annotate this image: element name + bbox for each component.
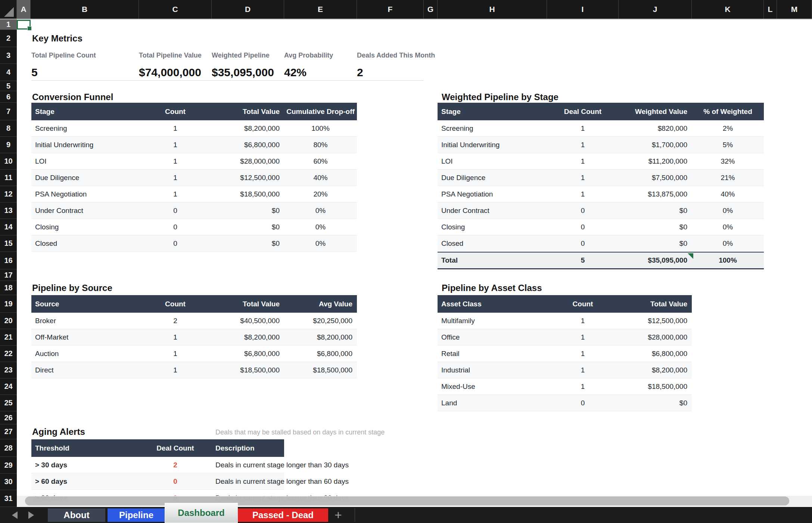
cell[interactable]: 1 (547, 362, 619, 378)
cell[interactable]: Industrial (438, 362, 547, 378)
cell[interactable]: 1 (547, 137, 619, 153)
tab-pipeline[interactable]: Pipeline (108, 508, 165, 522)
row-header-19[interactable]: 19 (0, 295, 17, 313)
row-header-21[interactable]: 21 (0, 329, 17, 346)
cell[interactable]: Deals in current stage longer than 60 da… (212, 473, 284, 489)
row-header-1[interactable]: 1 (0, 19, 17, 30)
cell[interactable]: 1 (547, 378, 619, 394)
horizontal-scrollbar-thumb[interactable] (25, 496, 789, 505)
cell[interactable]: $8,200,000 (284, 329, 357, 345)
cell[interactable]: 0% (284, 202, 357, 219)
row-header-27[interactable]: 27 (0, 424, 17, 439)
cell[interactable]: Due Diligence (438, 170, 547, 186)
cell[interactable]: 0% (284, 235, 357, 251)
cell[interactable]: 1 (139, 120, 212, 136)
cell[interactable]: $11,200,000 (619, 153, 692, 169)
column-header-I[interactable]: I (547, 0, 619, 19)
column-header-E[interactable]: E (284, 0, 357, 19)
cell[interactable]: 0% (284, 219, 357, 235)
row-header-6[interactable]: 6 (0, 91, 17, 103)
tab-passed-dead[interactable]: Passed - Dead (238, 508, 328, 522)
cell[interactable]: $8,200,000 (212, 120, 284, 136)
cell[interactable]: $0 (212, 202, 284, 219)
row-header-30[interactable]: 30 (0, 474, 17, 490)
cell[interactable]: 0 (547, 395, 619, 411)
row-header-4[interactable]: 4 (0, 64, 17, 81)
row-header-25[interactable]: 25 (0, 395, 17, 411)
cell[interactable]: $6,800,000 (212, 137, 284, 153)
cell[interactable]: 1 (139, 170, 212, 186)
cell[interactable]: Screening (438, 120, 547, 136)
cell[interactable]: 1 (547, 170, 619, 186)
cell[interactable]: 2 (139, 457, 212, 473)
cell[interactable]: 32% (692, 153, 764, 169)
row-header-5[interactable]: 5 (0, 81, 17, 91)
cell[interactable]: 1 (547, 329, 619, 345)
cell[interactable]: 5% (692, 137, 764, 153)
cell[interactable]: $0 (619, 219, 692, 235)
cell[interactable]: $8,200,000 (619, 362, 692, 378)
cell[interactable]: Screening (31, 120, 139, 136)
cell[interactable]: $8,200,000 (212, 329, 284, 345)
row-header-11[interactable]: 11 (0, 170, 17, 186)
column-header-C[interactable]: C (139, 0, 212, 19)
cell[interactable]: Land (438, 395, 547, 411)
cell[interactable]: Direct (31, 362, 139, 378)
row-header-16[interactable]: 16 (0, 252, 17, 269)
cell[interactable]: $7,500,000 (619, 170, 692, 186)
cell[interactable]: $12,500,000 (212, 170, 284, 186)
row-header-7[interactable]: 7 (0, 103, 17, 120)
cell[interactable]: Closing (31, 219, 139, 235)
cell[interactable]: $6,800,000 (212, 346, 284, 362)
cell[interactable]: LOI (438, 153, 547, 169)
cell[interactable]: Due Diligence (31, 170, 139, 186)
cell[interactable]: 0 (139, 202, 212, 219)
cell[interactable]: 1 (139, 362, 212, 378)
cell[interactable]: Closed (438, 235, 547, 251)
cell[interactable]: Retail (438, 346, 547, 362)
cell[interactable]: Initial Underwriting (438, 137, 547, 153)
column-header-H[interactable]: H (438, 0, 547, 19)
cell[interactable]: $40,500,000 (212, 313, 284, 329)
tab-about[interactable]: About (48, 508, 105, 522)
cell[interactable]: 0% (692, 202, 764, 219)
column-header-A[interactable]: A (17, 0, 31, 19)
cell[interactable]: 1 (547, 186, 619, 202)
cell[interactable]: 1 (547, 153, 619, 169)
row-header-28[interactable]: 28 (0, 439, 17, 457)
cell[interactable]: $35,095,000 (619, 253, 692, 268)
row-header-2[interactable]: 2 (0, 30, 17, 47)
cell[interactable]: 0 (547, 235, 619, 251)
column-header-B[interactable]: B (31, 0, 139, 19)
row-header-10[interactable]: 10 (0, 153, 17, 170)
cell[interactable]: PSA Negotiation (438, 186, 547, 202)
cell[interactable]: $28,000,000 (619, 329, 692, 345)
row-header-12[interactable]: 12 (0, 186, 17, 202)
cell[interactable]: 0 (139, 235, 212, 251)
sheet-nav-left-icon[interactable] (12, 511, 18, 519)
cell[interactable]: Deals in current stage longer than 30 da… (212, 457, 284, 473)
cell[interactable]: 1 (139, 329, 212, 345)
select-all-corner[interactable] (0, 0, 17, 19)
cell[interactable]: Total (438, 253, 547, 268)
row-header-9[interactable]: 9 (0, 137, 17, 153)
cell[interactable]: 40% (284, 170, 357, 186)
cell[interactable]: 0 (547, 202, 619, 219)
cell[interactable]: Closing (438, 219, 547, 235)
tab-dashboard[interactable]: Dashboard (165, 503, 238, 523)
cell[interactable]: $28,000,000 (212, 153, 284, 169)
cell[interactable]: 0% (692, 235, 764, 251)
cell[interactable]: Off-Market (31, 329, 139, 345)
cell[interactable]: 1 (547, 313, 619, 329)
cell[interactable]: $20,250,000 (284, 313, 357, 329)
cell[interactable]: Office (438, 329, 547, 345)
cell[interactable]: Auction (31, 346, 139, 362)
column-header-K[interactable]: K (692, 0, 764, 19)
row-header-31[interactable]: 31 (0, 490, 17, 507)
cell[interactable]: $0 (212, 235, 284, 251)
cell[interactable]: > 60 days (31, 473, 139, 489)
cell[interactable]: 0 (547, 219, 619, 235)
cell[interactable]: 100% (692, 253, 764, 268)
cell[interactable]: 1 (547, 120, 619, 136)
fill-handle[interactable] (27, 26, 32, 31)
